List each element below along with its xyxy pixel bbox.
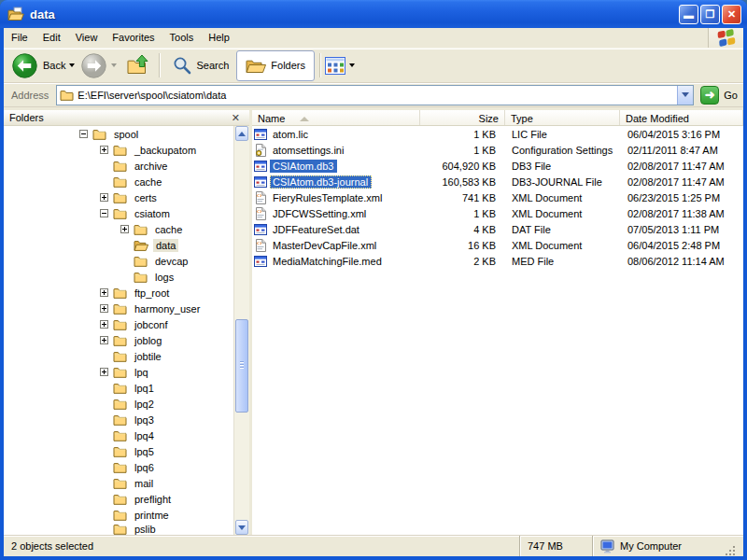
file-name-cell[interactable]: atomsettings.ini — [252, 144, 420, 157]
back-dropdown-caret[interactable] — [69, 63, 75, 67]
column-header-size[interactable]: Size — [420, 110, 505, 125]
scrollbar-thumb[interactable] — [235, 319, 248, 413]
plus-expand-box[interactable] — [100, 368, 108, 376]
file-row[interactable]: JDFFeatureSet.dat4 KBDAT File07/05/2013 … — [252, 221, 743, 237]
file-name[interactable]: atomsettings.ini — [270, 144, 347, 157]
tree-item-label[interactable]: spool — [111, 128, 141, 141]
tree-item-mail[interactable]: mail — [4, 475, 233, 491]
file-name-cell[interactable]: CSIAtom.db3-journal — [252, 175, 420, 189]
views-button[interactable] — [325, 57, 360, 75]
back-button[interactable]: Back — [11, 52, 80, 79]
tree-item-preflight[interactable]: preflight — [4, 491, 233, 507]
tree-item-label[interactable]: printme — [132, 509, 172, 522]
tree-item-_backupatom[interactable]: _backupatom — [4, 142, 233, 158]
tree-item-csiatom[interactable]: csiatom — [4, 205, 233, 221]
plus-expand-box[interactable] — [100, 288, 108, 297]
tree-item-jobconf[interactable]: jobconf — [4, 316, 233, 332]
file-row[interactable]: atom.lic1 KBLIC File06/04/2015 3:16 PM — [252, 126, 743, 142]
views-dropdown-caret[interactable] — [349, 63, 355, 67]
tree-item-spool[interactable]: spool — [4, 126, 233, 142]
tree-scrollbar[interactable] — [233, 126, 249, 535]
tree-item-label[interactable]: lpq6 — [132, 461, 157, 474]
file-name-cell[interactable]: MediaMatchingFile.med — [252, 255, 420, 268]
resize-grip[interactable] — [725, 545, 736, 556]
plus-expand-box[interactable] — [100, 336, 108, 344]
file-name[interactable]: JDFFeatureSet.dat — [270, 223, 363, 236]
menu-item-help[interactable]: Help — [201, 28, 237, 48]
go-button[interactable]: ➜ Go — [700, 86, 738, 105]
menu-item-favorites[interactable]: Favorites — [105, 28, 162, 48]
file-row[interactable]: FieryRulesTemplate.xml741 KBXML Document… — [252, 189, 743, 205]
file-row[interactable]: JDFCWSSetting.xml1 KBXML Document02/08/2… — [252, 205, 743, 221]
tree-item-label[interactable]: jobconf — [132, 318, 170, 331]
tree-item-label[interactable]: archive — [132, 160, 170, 173]
tree-item-label[interactable]: ftp_root — [132, 287, 172, 300]
tree-item-lpq6[interactable]: lpq6 — [4, 459, 233, 475]
tree-item-joblog[interactable]: joblog — [4, 332, 233, 348]
tree-item-harmony_user[interactable]: harmony_user — [4, 301, 233, 316]
menu-item-edit[interactable]: Edit — [35, 28, 68, 48]
tree-item-label[interactable]: preflight — [132, 493, 174, 506]
go-arrow-icon[interactable]: ➜ — [700, 86, 719, 105]
tree-item-label[interactable]: lpq5 — [132, 445, 157, 458]
tree-item-label[interactable]: csiatom — [132, 207, 173, 220]
close-button[interactable]: ✕ — [722, 5, 741, 24]
tree-item-label[interactable]: lpq4 — [132, 429, 157, 442]
column-header-date-modified[interactable]: Date Modified — [620, 110, 743, 125]
tree-item-lpq2[interactable]: lpq2 — [4, 396, 233, 412]
minus-expand-box[interactable] — [100, 209, 108, 217]
tree-item-label[interactable]: lpq2 — [132, 398, 157, 411]
file-name-cell[interactable]: JDFCWSSetting.xml — [252, 207, 420, 220]
tree-item-pslib[interactable]: pslib — [4, 523, 233, 535]
file-name[interactable]: JDFCWSSetting.xml — [270, 207, 370, 220]
file-name[interactable]: MediaMatchingFile.med — [270, 255, 386, 268]
menu-item-view[interactable]: View — [68, 28, 106, 48]
plus-expand-box[interactable] — [100, 193, 108, 202]
tree-item-label[interactable]: lpq3 — [132, 413, 157, 427]
file-name-cell[interactable]: MasterDevCapFile.xml — [252, 239, 420, 252]
file-name-cell[interactable]: atom.lic — [252, 128, 420, 141]
file-name[interactable]: MasterDevCapFile.xml — [270, 239, 380, 252]
file-name-cell[interactable]: FieryRulesTemplate.xml — [252, 191, 420, 204]
file-row[interactable]: CSIAtom.db3-journal160,583 KBDB3-JOURNAL… — [252, 174, 743, 189]
scroll-down-button[interactable] — [235, 520, 248, 535]
tree-item-label[interactable]: _backupatom — [132, 144, 199, 157]
minus-expand-box[interactable] — [79, 130, 88, 138]
file-row[interactable]: MediaMatchingFile.med2 KBMED File08/06/2… — [252, 253, 743, 269]
tree-item-label[interactable]: logs — [152, 271, 176, 284]
tree-item-cache[interactable]: cache — [4, 174, 233, 189]
tree-item-label[interactable]: data — [153, 239, 178, 252]
tree-item-ftp_root[interactable]: ftp_root — [4, 285, 233, 301]
file-name-cell[interactable]: JDFFeatureSet.dat — [252, 223, 420, 236]
scroll-up-button[interactable] — [235, 126, 248, 141]
tree-item-label[interactable]: lpq1 — [132, 382, 157, 395]
file-name[interactable]: CSIAtom.db3 — [270, 160, 337, 173]
address-dropdown-button[interactable] — [677, 86, 693, 105]
tree-item-lpq4[interactable]: lpq4 — [4, 427, 233, 443]
column-header-name[interactable]: Name — [252, 110, 420, 125]
file-row[interactable]: CSIAtom.db3604,920 KBDB3 File02/08/2017 … — [252, 158, 743, 174]
titlebar[interactable]: data ▬ ❐ ✕ — [0, 0, 747, 28]
plus-expand-box[interactable] — [100, 146, 108, 154]
tree-item-label[interactable]: joblog — [132, 334, 164, 347]
tree-item-data[interactable]: data — [4, 237, 233, 253]
plus-expand-box[interactable] — [100, 320, 108, 329]
tree-item-label[interactable]: mail — [132, 477, 156, 490]
tree-item-cache[interactable]: cache — [4, 221, 233, 237]
maximize-button[interactable]: ❐ — [700, 5, 720, 24]
menu-item-tools[interactable]: Tools — [162, 28, 202, 48]
forward-button[interactable] — [80, 52, 122, 79]
tree-item-label[interactable]: pslib — [132, 523, 159, 535]
tree-item-lpq1[interactable]: lpq1 — [4, 380, 233, 396]
tree-item-lpq3[interactable]: lpq3 — [4, 412, 233, 427]
address-input[interactable]: E:\EFI\server\spool\csiatom\data — [56, 85, 694, 105]
file-row[interactable]: MasterDevCapFile.xml16 KBXML Document06/… — [252, 237, 743, 253]
tree-item-label[interactable]: jobtile — [132, 350, 164, 363]
file-name[interactable]: FieryRulesTemplate.xml — [270, 191, 386, 204]
tree-item-label[interactable]: devcap — [152, 255, 190, 268]
tree-item-certs[interactable]: certs — [4, 189, 233, 205]
tree-item-archive[interactable]: archive — [4, 158, 233, 174]
forward-dropdown-caret[interactable] — [111, 63, 117, 67]
tree-item-logs[interactable]: logs — [4, 269, 233, 285]
plus-expand-box[interactable] — [100, 304, 108, 313]
